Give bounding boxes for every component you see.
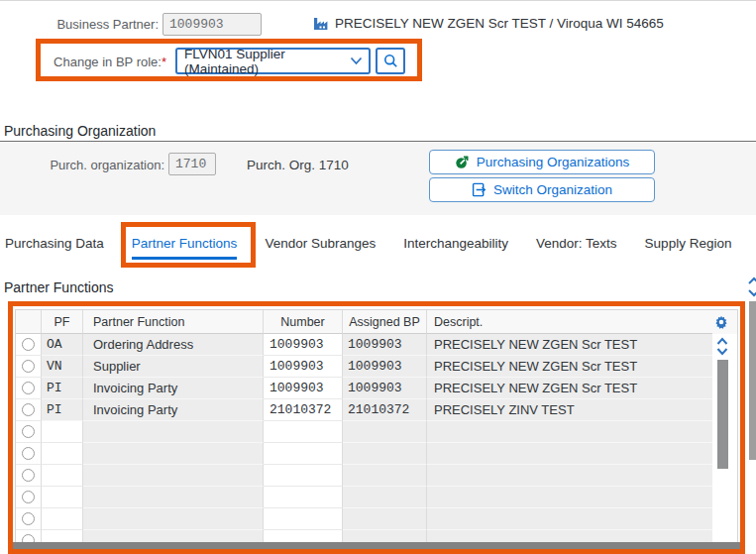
tab-interchangeability[interactable]: Interchangeability <box>403 236 508 260</box>
cell-assigned-bp <box>343 487 427 508</box>
cell-assigned-bp <box>343 443 427 465</box>
cell-pf: PI <box>42 378 83 399</box>
cell-descript <box>427 508 712 530</box>
cell-number[interactable]: 1009903 <box>264 378 343 399</box>
cell-number[interactable]: 1009903 <box>264 356 343 378</box>
row-radio-button[interactable] <box>22 512 35 525</box>
business-partner-label: Business Partner: <box>20 17 159 32</box>
cell-pf[interactable] <box>42 508 83 530</box>
cell-pf[interactable] <box>42 421 83 443</box>
row-select-cell <box>16 334 42 356</box>
row-radio-button[interactable] <box>22 425 35 438</box>
cell-assigned-bp: 1009903 <box>343 356 427 378</box>
purchasing-organizations-button[interactable]: Purchasing Organizations <box>429 150 655 174</box>
row-select-cell <box>16 356 42 378</box>
cell-partner-function: Invoicing Party <box>83 399 264 421</box>
cell-partner-function <box>83 465 264 487</box>
cell-partner-function <box>83 508 264 530</box>
cell-partner-function <box>83 487 264 508</box>
cell-assigned-bp <box>343 465 427 487</box>
cell-pf: VN <box>42 356 83 378</box>
tab-vendor-texts[interactable]: Vendor: Texts <box>536 236 617 260</box>
cell-pf: PI <box>42 399 83 421</box>
switch-organization-button[interactable]: Switch Organization <box>429 177 655 202</box>
panel-expand-collapse-icon[interactable] <box>747 277 756 298</box>
cell-descript <box>427 421 712 443</box>
table-row-empty <box>16 487 737 508</box>
bp-role-dropdown[interactable]: FLVN01 Supplier (Maintained) <box>175 48 371 74</box>
row-radio-button[interactable] <box>22 382 35 394</box>
table-header-row: PFPartner FunctionNumberAssigned BPDescr… <box>16 310 737 334</box>
cell-descript: PRECISELY NEW ZGEN Scr TEST <box>427 378 712 399</box>
search-icon <box>383 54 398 68</box>
column-header-partner-function[interactable]: Partner Function <box>83 310 264 334</box>
column-header-pf[interactable]: PF <box>42 310 83 334</box>
table-row-empty <box>16 508 737 530</box>
purch-org-field: 1710 <box>168 153 216 175</box>
cell-pf[interactable] <box>42 465 83 487</box>
purchasing-organizations-button-label: Purchasing Organizations <box>477 155 630 169</box>
row-radio-button[interactable] <box>22 491 35 503</box>
tab-purchasing-data[interactable]: Purchasing Data <box>5 236 104 260</box>
row-radio-button[interactable] <box>22 360 35 373</box>
table-horizontal-scrollbar[interactable] <box>13 542 740 549</box>
cell-pf[interactable] <box>42 443 83 465</box>
table-scroll-up-icon[interactable] <box>716 337 728 346</box>
cell-number[interactable] <box>264 443 343 465</box>
cell-number[interactable] <box>264 421 343 443</box>
bp-maintain-screen: Business Partner: 1009903 PRECISELY NEW … <box>0 0 756 554</box>
switch-icon <box>472 182 486 197</box>
column-header-number[interactable]: Number <box>264 310 343 334</box>
cell-assigned-bp: 1009903 <box>343 334 427 356</box>
row-select-cell <box>16 443 42 465</box>
table-row: VNSupplier10099031009903PRECISELY NEW ZG… <box>16 356 737 378</box>
tab-vendor-subranges[interactable]: Vendor Subranges <box>265 236 376 260</box>
cell-partner-function <box>83 421 264 443</box>
partner-summary-text: PRECISELY NEW ZGEN Scr TEST / Viroqua WI… <box>335 16 664 31</box>
cell-descript <box>427 443 712 465</box>
table-row: PIInvoicing Party10099031009903PRECISELY… <box>16 378 737 399</box>
cell-partner-function <box>83 443 264 465</box>
cell-descript: PRECISELY NEW ZGEN Scr TEST <box>427 356 712 378</box>
table-row-empty <box>16 465 737 487</box>
cell-number[interactable] <box>264 487 343 508</box>
cell-descript <box>427 465 712 487</box>
factory-icon <box>312 16 329 31</box>
cell-number[interactable] <box>264 465 343 487</box>
column-header-assigned-bp[interactable]: Assigned BP <box>343 310 427 334</box>
cell-partner-function: Invoicing Party <box>83 378 264 399</box>
column-header-descript-[interactable]: Descript. <box>427 310 712 334</box>
cell-number[interactable]: 21010372 <box>264 399 343 421</box>
table-row: PIInvoicing Party2101037221010372PRECISE… <box>16 399 737 421</box>
cell-descript <box>427 487 712 508</box>
row-radio-button[interactable] <box>22 403 35 416</box>
value-help-button[interactable] <box>376 48 405 74</box>
row-select-cell <box>16 465 42 487</box>
row-radio-button[interactable] <box>22 338 35 351</box>
table-row-empty <box>16 421 737 443</box>
page-scrollbar[interactable] <box>749 301 756 460</box>
row-select-cell <box>16 378 42 399</box>
cell-descript: PRECISELY ZINV TEST <box>427 399 712 421</box>
row-radio-button[interactable] <box>22 447 35 460</box>
cell-number[interactable] <box>264 508 343 530</box>
cell-number[interactable]: 1009903 <box>264 334 343 356</box>
table-vertical-scrollbar[interactable] <box>717 360 728 469</box>
row-radio-button[interactable] <box>22 469 35 482</box>
purchasing-organization-title: Purchasing Organization <box>4 123 156 139</box>
tab-partner-functions[interactable]: Partner Functions <box>132 236 238 260</box>
cell-pf[interactable] <box>42 487 83 508</box>
bp-role-label: Change in BP role:* <box>20 55 166 69</box>
switch-organization-button-label: Switch Organization <box>493 182 612 197</box>
table-scroll-down-icon[interactable] <box>716 347 728 356</box>
tab-supply-region[interactable]: Supply Region <box>645 236 732 260</box>
table-settings-gear-icon[interactable] <box>714 315 728 329</box>
table-row-empty <box>16 443 737 465</box>
tab-strip: Purchasing DataPartner FunctionsVendor S… <box>5 236 731 260</box>
cell-assigned-bp <box>343 508 427 530</box>
table-row: OAOrdering Address10099031009903PRECISEL… <box>16 334 737 356</box>
chevron-down-icon <box>350 56 363 65</box>
purch-org-label: Purch. organization: <box>40 158 164 172</box>
partner-functions-title: Partner Functions <box>4 279 114 295</box>
cell-assigned-bp <box>343 421 427 443</box>
